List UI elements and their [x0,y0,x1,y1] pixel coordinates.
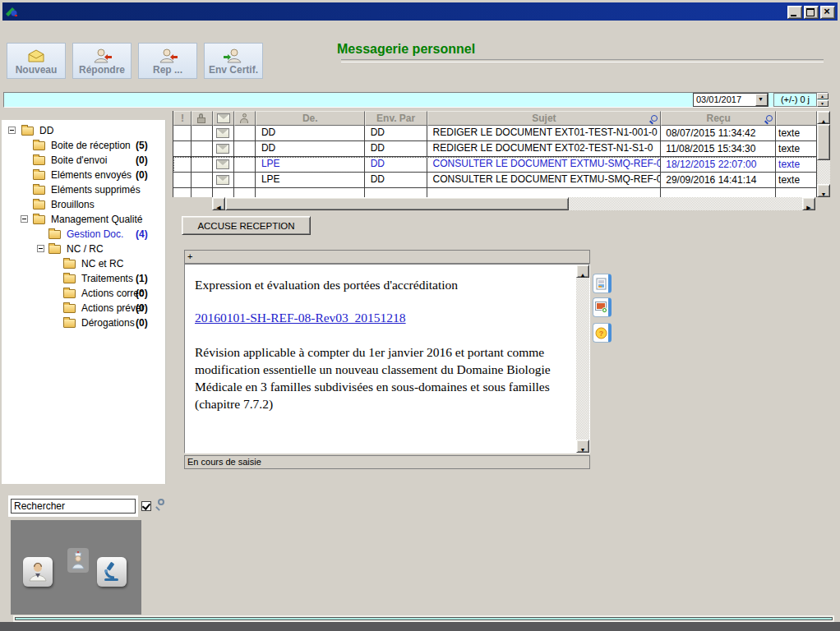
tree-item-derogations[interactable]: Dérogations (0) [2,316,165,330]
tree-item-actions-prever[interactable]: Actions préver (0) [2,301,165,316]
date-dropdown-button[interactable] [755,94,768,106]
folder-icon [21,127,34,136]
toolbar-button-label: Nouveau [16,64,58,76]
search-box [8,495,138,517]
tree-item-count: (0) [136,168,148,182]
tree-item-label: Actions correc [81,286,144,301]
new-message-button[interactable]: Nouveau [7,43,66,79]
tree-item-nc-et-rc[interactable]: NC et RC [2,256,165,271]
spinner-up-button[interactable] [817,93,828,99]
tree-item-label: NC et RC [81,256,123,271]
tree-item-boite-de-reception[interactable]: Boite de réception (5) [2,138,165,153]
document-report-icon [596,278,607,290]
date-picker[interactable]: 03/01/2017 [693,93,768,107]
table-row[interactable]: DD DD REDIGER LE DOCUMENT EXT02-TEST-N1-… [173,141,817,157]
search-icon[interactable] [155,499,167,510]
scrollbar-thumb[interactable] [817,124,830,160]
close-button[interactable] [820,6,835,19]
search-checkbox[interactable] [141,501,151,511]
document-link[interactable]: 20160101-SH-REF-08-Rev03_20151218 [195,311,406,325]
microscope-module-button[interactable] [97,557,127,587]
toolbar-button-label: Répondre [79,64,125,76]
scroll-right-button[interactable] [802,197,815,210]
tree-item-label: Traitements [81,271,133,286]
search-input[interactable] [11,499,136,514]
help-button[interactable]: ? [593,323,612,343]
column-header-urgent[interactable]: ! [173,111,192,126]
message-vertical-scrollbar[interactable] [576,265,589,453]
folder-icon [33,141,45,150]
folder-icon [48,230,61,239]
column-header-de[interactable]: De. [256,111,365,126]
search-icon[interactable] [764,115,773,123]
table-row[interactable]: DD DD REDIGER LE DOCUMENT EXT01-TEST-N1-… [173,126,817,141]
tree-item-gestion-doc[interactable]: Gestion Doc. (4) [2,227,165,242]
tree-item-label: Brouillons [51,197,95,212]
collapse-expander-icon[interactable] [21,215,28,223]
folder-icon [33,186,45,195]
column-header-person[interactable] [234,111,256,126]
mail-table-header: ! De. Env. Par Sujet Reçu [173,111,817,126]
nurse-module-button[interactable] [67,548,89,573]
date-offset-field[interactable]: (+/-) 0 j [773,93,817,107]
reply-button[interactable]: Répondre [72,43,132,79]
add-image-icon [595,302,607,313]
bottom-groove [13,615,834,622]
tree-item-label: Dérogations [81,316,135,330]
tree-item-dd[interactable]: DD [2,123,165,138]
new-mail-icon [27,49,45,63]
message-collapse-bar[interactable]: + [184,250,590,264]
table-vertical-scrollbar[interactable] [817,111,830,197]
table-row[interactable]: LPE DD CONSULTER LE DOCUMENT EXTMU-SMQ-R… [173,173,817,188]
tree-item-boite-denvoi[interactable]: Boite d'envoi (0) [2,153,165,168]
tree-item-elements-envoyes[interactable]: Eléments envoyés (0) [2,168,165,182]
accuse-reception-button[interactable]: ACCUSE RECEPTION [182,216,311,235]
spinner-down-button[interactable] [817,100,828,107]
collapse-expander-icon[interactable] [8,127,16,134]
search-icon[interactable] [649,115,658,123]
folder-icon [48,245,61,254]
envelope-icon [216,159,229,169]
document-report-button[interactable] [593,274,612,293]
table-row-empty [173,188,817,197]
folder-icon [33,156,45,165]
app-logo-icon [5,6,18,18]
table-horizontal-scrollbar[interactable] [212,197,815,210]
scroll-up-button[interactable] [817,111,830,124]
tree-item-actions-correc[interactable]: Actions correc (0) [2,286,165,301]
collapse-expander-icon[interactable] [37,245,44,252]
tree-item-count: (0) [136,301,148,316]
scroll-down-button[interactable] [576,440,589,453]
svg-text:?: ? [598,329,603,338]
column-header-lock[interactable] [192,111,213,126]
column-header-recu[interactable]: Reçu [661,111,776,126]
add-image-button[interactable] [593,297,612,317]
column-header-sujet[interactable]: Sujet [427,111,662,126]
toolbar-button-label: Env Certif. [209,64,258,76]
tree-item-management-qualite[interactable]: Management Qualité [2,212,165,227]
lock-icon [197,113,206,124]
scroll-down-button[interactable] [817,184,830,197]
maximize-button[interactable] [804,6,819,19]
reply-all-button[interactable]: Rep ... [138,43,197,79]
tree-item-label: Boite d'envoi [51,153,107,168]
table-row-selected[interactable]: LPE DD CONSULTER LE DOCUMENT EXTMU-SMQ-R… [173,157,817,173]
envelope-icon [216,144,229,154]
folder-tree-panel: DD Boite de réception (5) Boite d'envoi … [2,120,166,484]
tree-item-label: Management Qualité [51,212,142,227]
scrollbar-thumb[interactable] [225,197,569,210]
folder-icon [63,304,76,313]
tree-item-brouillons[interactable]: Brouillons [2,197,165,212]
minimize-button[interactable] [787,6,802,19]
column-header-format[interactable] [776,111,817,126]
send-certified-button[interactable]: Env Certif. [204,43,263,79]
scroll-up-button[interactable] [576,265,589,278]
tree-item-elements-supprimes[interactable]: Eléments supprimés [2,182,165,197]
tree-item-traitements[interactable]: Traitements (1) [2,271,165,286]
column-header-mail[interactable] [213,111,234,126]
scroll-left-button[interactable] [212,197,225,210]
doctor-module-button[interactable] [23,557,53,587]
column-header-env-par[interactable]: Env. Par [365,111,427,126]
title-bar [2,2,838,21]
tree-item-nc-rc[interactable]: NC / RC [2,242,165,256]
